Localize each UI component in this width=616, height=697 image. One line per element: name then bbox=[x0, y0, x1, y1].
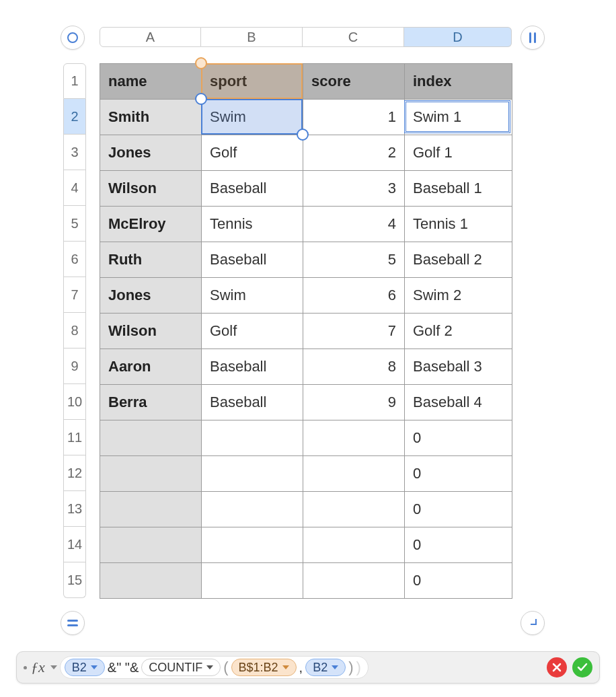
column-header-C[interactable]: C bbox=[303, 27, 404, 47]
cell-D15[interactable]: 0 bbox=[405, 563, 512, 599]
table-origin-button[interactable] bbox=[61, 26, 85, 50]
row-header-13[interactable]: 13 bbox=[63, 491, 86, 527]
table-resize-button[interactable] bbox=[521, 611, 545, 635]
cell-A2[interactable]: Smith bbox=[100, 100, 202, 135]
cell-C15[interactable] bbox=[303, 563, 405, 599]
cell-D5[interactable]: Tennis 1 bbox=[405, 207, 512, 242]
cell-A11[interactable] bbox=[100, 420, 202, 456]
cell-D10[interactable]: Baseball 4 bbox=[405, 385, 512, 420]
row-header-11[interactable]: 11 bbox=[63, 420, 86, 455]
cell-D13[interactable]: 0 bbox=[405, 492, 512, 527]
cell-D6[interactable]: Baseball 2 bbox=[405, 242, 512, 278]
cancel-button[interactable] bbox=[547, 657, 567, 677]
cell-B12[interactable] bbox=[202, 456, 303, 492]
cell-D9[interactable]: Baseball 3 bbox=[405, 349, 512, 385]
cell-C2[interactable]: 1 bbox=[303, 100, 405, 135]
cell-B11[interactable] bbox=[202, 420, 303, 456]
header-sport[interactable]: sport bbox=[202, 64, 303, 100]
formula-token-arg1[interactable]: B$1:B2 bbox=[231, 659, 297, 676]
cell-A5[interactable]: McElroy bbox=[100, 207, 202, 242]
cell-A4[interactable]: Wilson bbox=[100, 171, 202, 207]
chevron-down-icon bbox=[91, 665, 98, 669]
column-header-D[interactable]: D bbox=[404, 27, 512, 47]
row-header-8[interactable]: 8 bbox=[63, 313, 86, 348]
fx-menu[interactable]: ƒx bbox=[24, 659, 57, 676]
cell-A14[interactable] bbox=[100, 527, 202, 563]
row-header-4[interactable]: 4 bbox=[63, 170, 86, 206]
cell-B8[interactable]: Golf bbox=[202, 314, 303, 349]
cell-D11[interactable]: 0 bbox=[405, 420, 512, 456]
row-header-5[interactable]: 5 bbox=[63, 206, 86, 242]
cell-C5[interactable]: 4 bbox=[303, 207, 405, 242]
column-header-B[interactable]: B bbox=[201, 27, 303, 47]
cell-B15[interactable] bbox=[202, 563, 303, 599]
cell-C12[interactable] bbox=[303, 456, 405, 492]
formula-token-function[interactable]: COUNTIF bbox=[141, 659, 221, 676]
accept-button[interactable] bbox=[572, 657, 592, 677]
row-header-15[interactable]: 15 bbox=[63, 562, 86, 598]
row-header-10[interactable]: 10 bbox=[63, 384, 86, 420]
cell-D2[interactable]: Swim 1 bbox=[405, 100, 512, 135]
cell-C13[interactable] bbox=[303, 492, 405, 527]
column-header-strip: A B C D bbox=[100, 27, 512, 47]
cell-A9[interactable]: Aaron bbox=[100, 349, 202, 385]
cell-A3[interactable]: Jones bbox=[100, 135, 202, 171]
range-handle-bottom-right[interactable] bbox=[297, 129, 309, 141]
chevron-down-icon bbox=[206, 665, 213, 669]
rows-handle-button[interactable] bbox=[61, 611, 85, 635]
cell-A15[interactable] bbox=[100, 563, 202, 599]
cell-D8[interactable]: Golf 2 bbox=[405, 314, 512, 349]
cell-D4[interactable]: Baseball 1 bbox=[405, 171, 512, 207]
cell-B7[interactable]: Swim bbox=[202, 278, 303, 314]
cell-C6[interactable]: 5 bbox=[303, 242, 405, 278]
cell-C8[interactable]: 7 bbox=[303, 314, 405, 349]
cell-A13[interactable] bbox=[100, 492, 202, 527]
row-header-14[interactable]: 14 bbox=[63, 527, 86, 562]
cell-D12[interactable]: 0 bbox=[405, 456, 512, 492]
row-header-7[interactable]: 7 bbox=[63, 277, 86, 313]
row-header-3[interactable]: 3 bbox=[63, 135, 86, 170]
cell-B13[interactable] bbox=[202, 492, 303, 527]
range-handle-mid-left[interactable] bbox=[195, 93, 207, 105]
equals-icon bbox=[67, 618, 79, 628]
cell-C10[interactable]: 9 bbox=[303, 385, 405, 420]
row-header-1[interactable]: 1 bbox=[63, 63, 86, 99]
cell-B2[interactable]: Swim bbox=[202, 100, 303, 135]
formula-input[interactable]: B2 &" "& COUNTIF ( B$1:B2 , B2 ) ) bbox=[60, 656, 369, 679]
row-header-2[interactable]: 2 bbox=[63, 99, 86, 135]
cell-C7[interactable]: 6 bbox=[303, 278, 405, 314]
cell-C4[interactable]: 3 bbox=[303, 171, 405, 207]
row-header-12[interactable]: 12 bbox=[63, 455, 86, 491]
cell-C3[interactable]: 2 bbox=[303, 135, 405, 171]
cell-B5[interactable]: Tennis bbox=[202, 207, 303, 242]
cell-D7[interactable]: Swim 2 bbox=[405, 278, 512, 314]
columns-handle-button[interactable] bbox=[521, 26, 545, 50]
header-score[interactable]: score bbox=[303, 64, 405, 100]
table-row: 0 bbox=[100, 420, 512, 456]
spreadsheet-grid[interactable]: name sport score index Smith Swim 1 Swim… bbox=[100, 63, 512, 599]
formula-token-arg2[interactable]: B2 bbox=[305, 659, 346, 676]
column-header-A[interactable]: A bbox=[100, 27, 201, 47]
cell-A6[interactable]: Ruth bbox=[100, 242, 202, 278]
row-header-6[interactable]: 6 bbox=[63, 242, 86, 277]
cell-D14[interactable]: 0 bbox=[405, 527, 512, 563]
cell-C11[interactable] bbox=[303, 420, 405, 456]
range-handle-top-left[interactable] bbox=[195, 57, 207, 69]
header-name[interactable]: name bbox=[100, 64, 202, 100]
cell-A12[interactable] bbox=[100, 456, 202, 492]
cell-A7[interactable]: Jones bbox=[100, 278, 202, 314]
cell-B10[interactable]: Baseball bbox=[202, 385, 303, 420]
cell-B6[interactable]: Baseball bbox=[202, 242, 303, 278]
formula-token-ref1[interactable]: B2 bbox=[65, 659, 105, 676]
cell-C14[interactable] bbox=[303, 527, 405, 563]
cell-D3[interactable]: Golf 1 bbox=[405, 135, 512, 171]
cell-B3[interactable]: Golf bbox=[202, 135, 303, 171]
header-index[interactable]: index bbox=[405, 64, 512, 100]
cell-C9[interactable]: 8 bbox=[303, 349, 405, 385]
cell-A8[interactable]: Wilson bbox=[100, 314, 202, 349]
row-header-9[interactable]: 9 bbox=[63, 348, 86, 384]
cell-B4[interactable]: Baseball bbox=[202, 171, 303, 207]
cell-A10[interactable]: Berra bbox=[100, 385, 202, 420]
cell-B14[interactable] bbox=[202, 527, 303, 563]
cell-B9[interactable]: Baseball bbox=[202, 349, 303, 385]
